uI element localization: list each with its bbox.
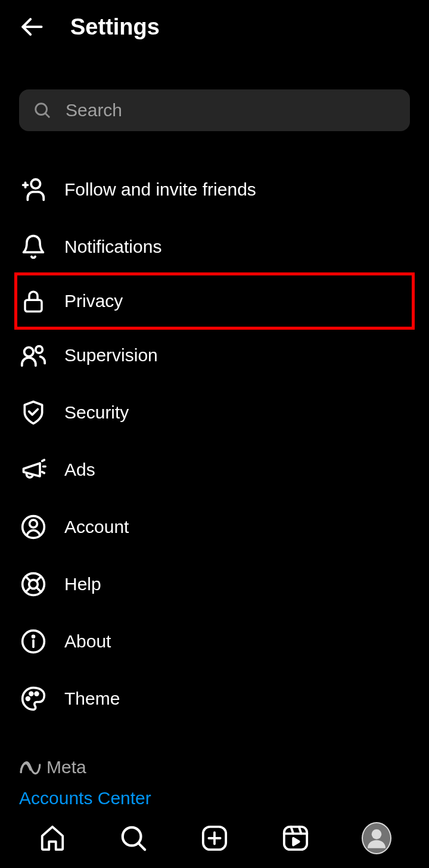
svg-point-23 [26,698,29,700]
menu-item-notifications[interactable]: Notifications [19,218,410,275]
lock-icon [19,287,48,315]
search-icon [120,824,147,852]
menu-label: Supervision [64,345,158,365]
nav-search[interactable] [119,823,148,853]
svg-line-27 [139,844,145,850]
svg-line-19 [26,587,30,592]
svg-point-7 [24,348,33,356]
menu-label: Follow and invite friends [64,179,256,200]
menu-item-follow-invite[interactable]: Follow and invite friends [19,161,410,218]
search-bar[interactable] [19,89,410,131]
menu-item-supervision[interactable]: Supervision [19,327,410,384]
info-icon [19,627,48,656]
svg-line-9 [42,460,45,461]
svg-point-13 [30,520,38,528]
people-icon [19,341,48,370]
meta-logo-icon [19,759,42,776]
svg-line-11 [42,472,45,473]
menu-item-help[interactable]: Help [19,556,410,613]
header: Settings [0,0,429,54]
meta-brand: Meta [19,757,151,777]
svg-point-8 [36,346,42,354]
back-button[interactable] [17,12,46,42]
menu-label: Privacy [64,291,123,311]
menu-item-account[interactable]: Account [19,498,410,556]
home-icon [39,824,66,852]
nav-profile[interactable] [362,823,391,853]
back-arrow-icon [18,14,45,40]
menu-item-about[interactable]: About [19,613,410,670]
menu-label: Help [64,574,101,594]
menu-label: Ads [64,460,95,480]
add-user-icon [19,175,48,204]
nav-create[interactable] [200,823,229,853]
meta-brand-text: Meta [46,757,86,777]
menu-label: Theme [64,689,120,709]
menu-item-theme[interactable]: Theme [19,670,410,727]
avatar-icon [362,822,391,854]
search-input[interactable] [66,100,396,120]
accounts-center-link[interactable]: Accounts Center [19,788,151,808]
search-icon [33,101,51,119]
menu-label: Account [64,517,129,537]
page-title: Settings [70,14,160,40]
svg-line-17 [36,587,41,592]
nav-reels[interactable] [281,823,310,853]
menu-item-ads[interactable]: Ads [19,441,410,498]
account-icon [19,513,48,541]
svg-rect-31 [284,827,307,850]
shield-icon [19,398,48,427]
bell-icon [19,232,48,261]
menu-label: Notifications [64,237,161,257]
megaphone-icon [19,455,48,484]
svg-point-22 [33,636,35,637]
lifesaver-icon [19,570,48,599]
menu-item-security[interactable]: Security [19,384,410,441]
menu-item-privacy[interactable]: Privacy [14,272,415,330]
svg-point-3 [31,179,40,188]
bottom-nav [0,808,429,868]
plus-square-icon [201,824,228,852]
palette-icon [19,684,48,713]
footer-section: Meta Accounts Center [19,757,151,808]
menu-label: Security [64,402,129,423]
svg-point-24 [30,692,33,695]
svg-line-18 [36,576,41,581]
svg-point-25 [35,692,38,695]
nav-home[interactable] [38,823,67,853]
svg-line-2 [45,113,49,117]
menu-label: About [64,631,111,652]
svg-point-36 [372,829,382,839]
reels-icon [282,824,309,852]
settings-menu: Follow and invite friends Notifications … [0,149,429,727]
svg-rect-6 [25,300,42,311]
svg-marker-35 [293,838,299,845]
svg-line-16 [26,576,30,581]
